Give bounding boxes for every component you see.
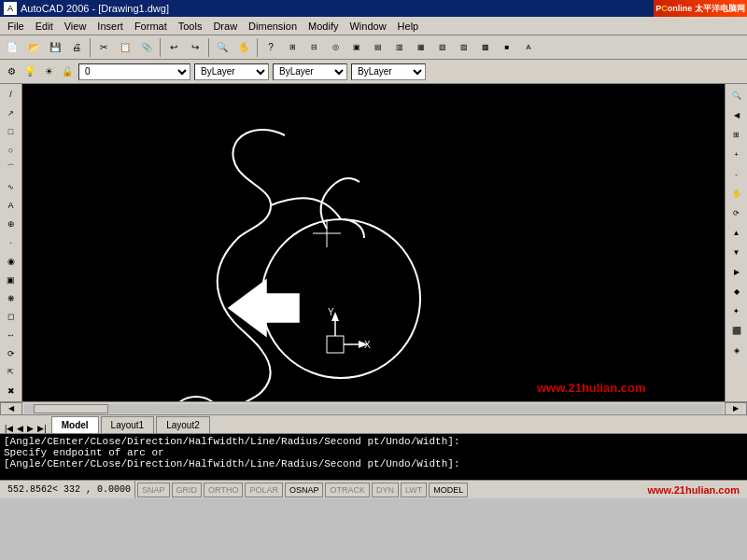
draw-polyline-btn[interactable]: ↗ (2, 105, 21, 122)
linetype-dropdown[interactable]: ByLayer (273, 63, 347, 80)
menu-window[interactable]: Window (344, 19, 391, 34)
draw-text-btn[interactable]: A (2, 197, 21, 215)
tab-nav[interactable]: |◀ ◀ ▶ ▶| (4, 424, 48, 433)
lineweight-dropdown[interactable]: ByLayer (351, 63, 426, 80)
pan-btn[interactable]: ✋ (233, 37, 254, 58)
draw-arc-btn[interactable]: ⌒ (2, 160, 21, 177)
draw-circle-btn[interactable]: ○ (2, 141, 21, 159)
tb9[interactable]: ▨ (454, 37, 474, 58)
tb8[interactable]: ▧ (432, 37, 453, 58)
snap-btn[interactable]: SNAP (137, 483, 170, 497)
tb6[interactable]: ▥ (389, 37, 410, 58)
help-btn[interactable]: ? (261, 37, 281, 58)
print-btn[interactable]: 🖨 (66, 37, 87, 58)
view-se-btn[interactable]: ◆ (727, 282, 746, 301)
zoom-extents-btn[interactable]: ⊞ (727, 125, 746, 144)
model-btn[interactable]: MODEL (429, 483, 468, 497)
lwt-btn[interactable]: LWT (401, 483, 427, 497)
paste-btn[interactable]: 📎 (136, 37, 157, 58)
color-dropdown[interactable]: ByLayer (194, 63, 269, 80)
tab-layout1[interactable]: Layout1 (101, 416, 155, 433)
tb5[interactable]: ▤ (368, 37, 388, 58)
polar-btn[interactable]: POLAR (245, 483, 283, 497)
draw-scale-btn[interactable]: ⇱ (2, 363, 21, 381)
coordinate-display: 552.8562< 332 , 0.0000 (4, 481, 135, 498)
view-right-btn[interactable]: ▶ (727, 262, 746, 281)
layer-lock-btn[interactable]: 🔓 (60, 64, 75, 79)
scroll-right-btn[interactable]: ▶ (725, 402, 747, 415)
menu-format[interactable]: Format (129, 19, 173, 34)
menu-insert[interactable]: Insert (92, 19, 129, 34)
render-btn[interactable]: ◈ (727, 341, 746, 359)
redo-btn[interactable]: ↪ (185, 37, 205, 58)
draw-mirror-btn[interactable]: ↔ (2, 327, 21, 344)
tb10[interactable]: ▩ (475, 37, 496, 58)
tab-first-btn[interactable]: |◀ (4, 424, 14, 433)
draw-block-btn[interactable]: ◉ (2, 252, 21, 270)
menu-edit[interactable]: Edit (30, 19, 59, 34)
tb3[interactable]: ◎ (325, 37, 345, 58)
draw-spline-btn[interactable]: ∿ (2, 178, 21, 196)
dyn-btn[interactable]: DYN (372, 483, 399, 497)
zoom-out-btn[interactable]: - (727, 164, 746, 183)
draw-insert-btn[interactable]: ▣ (2, 271, 21, 288)
copy-btn[interactable]: 📋 (115, 37, 135, 58)
draw-rect-btn[interactable]: □ (2, 123, 21, 141)
pan-btn[interactable]: ✋ (727, 184, 746, 203)
scroll-left-btn[interactable]: ◀ (0, 402, 22, 415)
draw-region-btn[interactable]: ◻ (2, 308, 21, 326)
osnap-btn[interactable]: OSNAP (285, 483, 324, 497)
menu-tools[interactable]: Tools (173, 19, 208, 34)
draw-erase-btn[interactable]: ✖ (2, 382, 21, 399)
menu-view[interactable]: View (59, 19, 92, 34)
layer-name-dropdown[interactable]: 0 (78, 63, 190, 80)
layer-visible-btn[interactable]: 💡 (22, 64, 37, 79)
menu-dimension[interactable]: Dimension (243, 19, 303, 34)
tb4[interactable]: ▣ (346, 37, 367, 58)
draw-hatch-btn[interactable]: ⊕ (2, 216, 21, 233)
view-top-btn[interactable]: ▲ (727, 223, 746, 242)
menu-help[interactable]: Help (392, 19, 425, 34)
hscroll-track[interactable] (24, 404, 723, 413)
tb2[interactable]: ⊟ (303, 37, 324, 58)
menu-draw[interactable]: Draw (207, 19, 243, 34)
tb12[interactable]: A (518, 37, 539, 58)
zoom-btn[interactable]: 🔍 (212, 37, 233, 58)
draw-line-btn[interactable]: / (2, 86, 21, 104)
undo-btn[interactable]: ↩ (163, 37, 184, 58)
zoom-in-btn[interactable]: + (727, 145, 746, 163)
draw-construct-btn[interactable]: ❋ (2, 289, 21, 307)
menu-file[interactable]: File (2, 19, 30, 34)
tab-prev-btn[interactable]: ◀ (16, 424, 24, 433)
tab-model[interactable]: Model (51, 416, 99, 433)
tab-last-btn[interactable]: ▶| (36, 424, 47, 433)
canvas-area[interactable]: Y X www.21hulian.com (22, 84, 725, 401)
draw-point-btn[interactable]: · (2, 234, 21, 252)
tb7[interactable]: ▦ (411, 37, 431, 58)
orbit-btn[interactable]: ⟳ (727, 203, 746, 222)
open-btn[interactable]: 📂 (23, 37, 44, 58)
save-btn[interactable]: 💾 (45, 37, 65, 58)
tab-next-btn[interactable]: ▶ (26, 424, 35, 433)
shademode-btn[interactable]: ⬛ (727, 321, 746, 340)
new-btn[interactable]: 📄 (2, 37, 22, 58)
cut-btn[interactable]: ✂ (93, 37, 114, 58)
tb11[interactable]: ■ (497, 37, 517, 58)
hscrollbar[interactable]: ◀ ▶ (0, 401, 747, 414)
tb1[interactable]: ⊞ (282, 37, 303, 58)
view-ne-btn[interactable]: ✦ (727, 301, 746, 320)
zoom-prev-btn[interactable]: ◀ (727, 105, 746, 124)
menu-modify[interactable]: Modify (303, 19, 344, 34)
layer-freeze-btn[interactable]: ☀ (41, 64, 56, 79)
layer-manager-btn[interactable]: ⚙ (4, 64, 19, 79)
ortho-btn[interactable]: ORTHO (204, 483, 243, 497)
hscroll-thumb[interactable] (34, 404, 108, 413)
otrack-btn[interactable]: OTRACK (325, 483, 370, 497)
grid-btn[interactable]: GRID (172, 483, 203, 497)
zoom-window-btn[interactable]: 🔍 (727, 86, 746, 105)
tab-layout2[interactable]: Layout2 (156, 416, 210, 433)
view-front-btn[interactable]: ▼ (727, 243, 746, 261)
draw-rotate-btn[interactable]: ⟳ (2, 345, 21, 363)
pc-logo: PConline 太平洋电脑网 (654, 0, 747, 17)
command-area[interactable]: [Angle/CEnter/CLose/Direction/Halfwidth/… (0, 433, 747, 480)
